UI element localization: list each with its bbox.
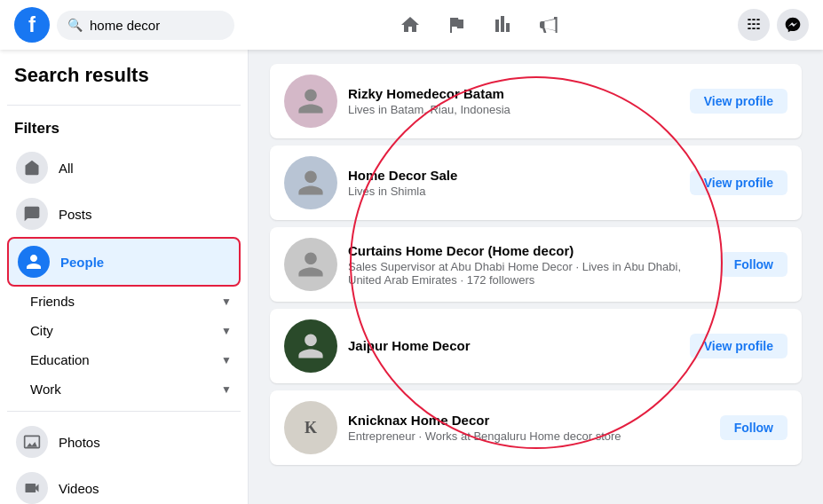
follow-button-3[interactable]: Follow (720, 252, 787, 277)
city-chevron-icon: ▼ (221, 325, 232, 337)
megaphone-nav-button[interactable] (527, 4, 570, 46)
filter-city[interactable]: City ▼ (21, 316, 241, 345)
home-icon (400, 14, 421, 35)
sidebar-item-posts[interactable]: Posts (7, 191, 241, 237)
work-chevron-icon: ▼ (221, 383, 232, 396)
result-card-3: Curtains Home Decor (Home decor) Sales S… (270, 227, 802, 302)
avatar-2 (284, 156, 337, 209)
result-info-3: Curtains Home Decor (Home decor) Sales S… (348, 243, 709, 287)
megaphone-icon (538, 14, 559, 35)
view-profile-button-4[interactable]: View profile (690, 334, 787, 358)
messenger-icon (784, 16, 802, 34)
result-card-5: K Knicknax Home Decor Entrepreneur · Wor… (270, 390, 802, 465)
home-nav-button[interactable] (389, 4, 431, 46)
sidebar: Search results Filters All Posts People (0, 50, 249, 504)
result-info-1: Rizky Homedecor Batam Lives in Batam, Ri… (348, 86, 679, 116)
facebook-logo[interactable]: f (14, 7, 50, 43)
grid-menu-button[interactable] (738, 9, 770, 41)
follow-button-5[interactable]: Follow (720, 415, 787, 440)
result-name-3: Curtains Home Decor (Home decor) (348, 243, 709, 258)
friends-chevron-icon: ▼ (221, 295, 232, 308)
avatar-3 (284, 238, 337, 291)
result-name-1: Rizky Homedecor Batam (348, 86, 679, 101)
sidebar-item-people[interactable]: People (7, 237, 241, 287)
stats-nav-button[interactable] (481, 4, 524, 46)
top-navigation: f 🔍 (0, 0, 823, 50)
result-sub-3: Sales Supervisor at Abu Dhabi Home Decor… (348, 260, 709, 287)
sidebar-item-videos[interactable]: Videos (7, 465, 241, 504)
sidebar-item-all-label: All (59, 161, 232, 176)
sidebar-item-all[interactable]: All (7, 145, 241, 191)
sidebar-item-posts-label: Posts (59, 207, 232, 222)
avatar-1 (284, 75, 337, 128)
result-name-2: Home Decor Sale (348, 168, 679, 183)
result-info-4: Jaipur Home Decor (348, 338, 679, 355)
search-bar[interactable]: 🔍 (57, 11, 234, 40)
view-profile-button-2[interactable]: View profile (690, 170, 787, 195)
result-info-2: Home Decor Sale Lives in Shimla (348, 168, 679, 198)
sidebar-title: Search results (7, 64, 241, 98)
filter-education[interactable]: Education ▼ (21, 345, 241, 374)
nav-center (389, 4, 570, 46)
all-icon (16, 152, 48, 184)
main-layout: Search results Filters All Posts People (0, 50, 823, 504)
filter-friends[interactable]: Friends ▼ (21, 287, 241, 316)
result-sub-5: Entrepreneur · Works at Bengaluru Home d… (348, 429, 709, 443)
result-info-5: Knicknax Home Decor Entrepreneur · Works… (348, 413, 709, 443)
filters-label: Filters (7, 113, 241, 145)
sidebar-item-photos[interactable]: Photos (7, 419, 241, 465)
sidebar-divider-2 (7, 411, 241, 412)
search-icon: 🔍 (67, 18, 83, 32)
search-input[interactable] (90, 18, 224, 33)
sidebar-divider (7, 105, 241, 106)
flag-nav-button[interactable] (435, 4, 478, 46)
sub-filters: Friends ▼ City ▼ Education ▼ Work ▼ (7, 287, 241, 404)
messenger-button[interactable] (777, 9, 809, 41)
filter-work[interactable]: Work ▼ (21, 374, 241, 404)
chart-icon (492, 14, 513, 35)
result-sub-2: Lives in Shimla (348, 185, 679, 198)
sidebar-item-people-label: People (60, 255, 230, 270)
result-name-4: Jaipur Home Decor (348, 338, 679, 353)
videos-icon (16, 472, 48, 504)
posts-icon (16, 198, 48, 230)
view-profile-button-1[interactable]: View profile (690, 89, 787, 114)
education-chevron-icon: ▼ (221, 354, 232, 366)
photos-icon (16, 426, 48, 458)
grid-icon (745, 16, 763, 34)
result-card-1: Rizky Homedecor Batam Lives in Batam, Ri… (270, 64, 802, 138)
nav-right (738, 9, 809, 41)
avatar-5: K (284, 401, 337, 454)
result-card-2: Home Decor Sale Lives in Shimla View pro… (270, 146, 802, 220)
avatar-4 (284, 319, 337, 373)
people-icon (18, 246, 50, 278)
sidebar-item-videos-label: Videos (59, 481, 232, 496)
flag-icon (446, 14, 467, 35)
result-name-5: Knicknax Home Decor (348, 413, 709, 428)
main-content: Rizky Homedecor Batam Lives in Batam, Ri… (249, 50, 823, 504)
sidebar-item-photos-label: Photos (59, 435, 232, 450)
result-sub-1: Lives in Batam, Riau, Indonesia (348, 103, 679, 116)
result-card-4: Jaipur Home Decor View profile (270, 309, 802, 383)
